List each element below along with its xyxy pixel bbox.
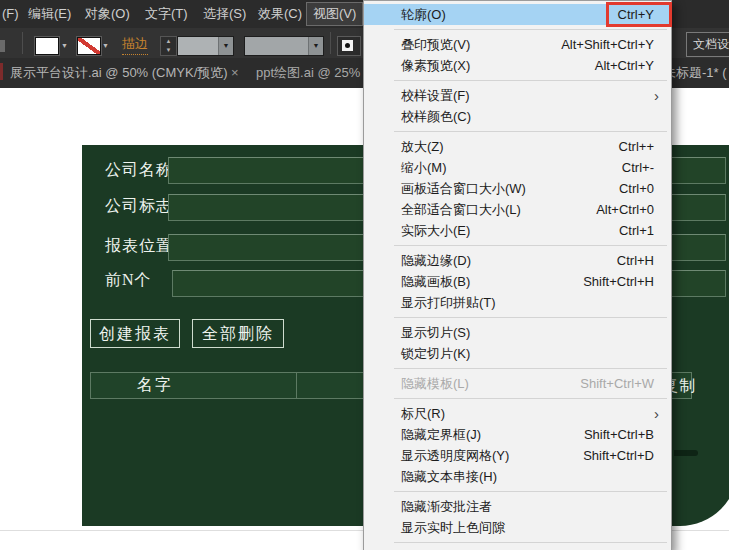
menu-item-label: 隐藏模板(L) xyxy=(401,376,469,391)
document-setup-button[interactable]: 文档设置 xyxy=(686,32,729,57)
dropdown-arrow-icon[interactable]: ▼ xyxy=(218,37,233,55)
menu-item-shortcut: Ctrl+1 xyxy=(619,220,654,241)
menu-item-shortcut: Ctrl+H xyxy=(617,250,654,271)
menu-separator xyxy=(394,29,667,30)
menu-item-label: 显示切片(S) xyxy=(401,325,470,340)
menu-item-shortcut: Ctrl+- xyxy=(622,157,654,178)
field-label-company-name: 公司名称 xyxy=(105,160,173,181)
tab-document-3[interactable]: 未标题-1* ( xyxy=(663,58,727,88)
menu-item-label: 锁定切片(K) xyxy=(401,346,470,361)
menu-item-shortcut: Alt+Ctrl+Y xyxy=(595,55,654,76)
artwork-notch xyxy=(674,450,698,456)
menu-item-label: 轮廓(O) xyxy=(401,7,446,22)
menu-item-label: 隐藏渐变批注者 xyxy=(401,499,492,514)
tab-close-icon[interactable]: × xyxy=(231,58,239,88)
menu-item-label: 标尺(R) xyxy=(401,406,445,421)
menu-separator xyxy=(394,317,667,318)
stroke-panel-link[interactable]: 描边 xyxy=(122,35,148,55)
menubar-item-view[interactable]: 视图(V) xyxy=(306,2,363,26)
menu-item: 隐藏模板(L)Shift+Ctrl+W xyxy=(364,373,671,394)
create-report-button: 创建报表 xyxy=(90,319,180,348)
menu-item-label: 放大(Z) xyxy=(401,139,444,154)
menu-item-label: 显示打印拼贴(T) xyxy=(401,295,496,310)
tab-document-1[interactable]: 展示平台设计.ai @ 50% (CMYK/预览) xyxy=(10,58,228,88)
menubar-item-file[interactable]: (F) xyxy=(2,0,19,28)
menu-separator xyxy=(394,80,667,81)
menu-item[interactable]: 隐藏渐变批注者 xyxy=(364,496,671,517)
menu-item[interactable]: 校样颜色(C) xyxy=(364,106,671,127)
delete-all-button: 全部删除 xyxy=(192,319,284,348)
partial-control xyxy=(0,40,5,52)
table-header-name: 名字 xyxy=(137,375,173,396)
dropdown-arrow-icon[interactable]: ▼ xyxy=(308,37,323,55)
menu-item[interactable]: 显示打印拼贴(T) xyxy=(364,292,671,313)
menu-separator xyxy=(394,368,667,369)
menu-item-shortcut: Shift+Ctrl+H xyxy=(583,271,654,292)
variable-width-dropdown[interactable]: ▼ xyxy=(244,36,324,56)
view-dropdown-menu: 轮廓(O)Ctrl+Y叠印预览(V)Alt+Shift+Ctrl+Y像素预览(X… xyxy=(363,0,672,550)
menu-item-shortcut: Shift+Ctrl+D xyxy=(583,445,654,466)
menu-item[interactable]: 显示透明度网格(Y)Shift+Ctrl+D xyxy=(364,445,671,466)
menu-item[interactable]: 全部适合窗口大小(L)Alt+Ctrl+0 xyxy=(364,199,671,220)
stroke-color-swatch[interactable] xyxy=(77,37,101,55)
menu-item[interactable]: 缩小(M)Ctrl+- xyxy=(364,157,671,178)
dot-icon xyxy=(345,43,350,48)
menu-separator xyxy=(394,398,667,399)
menu-item-shortcut: Alt+Shift+Ctrl+Y xyxy=(561,34,654,55)
divider xyxy=(330,32,331,54)
menu-item-label: 像素预览(X) xyxy=(401,58,470,73)
menu-item-shortcut: Ctrl+0 xyxy=(619,178,654,199)
menu-item[interactable]: 叠印预览(V)Alt+Shift+Ctrl+Y xyxy=(364,34,671,55)
menu-item-label: 画板适合窗口大小(W) xyxy=(401,181,526,196)
stroke-weight-dropdown[interactable]: ▼ xyxy=(177,36,234,56)
menu-item[interactable]: 显示切片(S) xyxy=(364,322,671,343)
tab-document-2[interactable]: ppt绘图.ai @ 25% ( xyxy=(256,58,368,88)
menu-item[interactable]: 隐藏画板(B)Shift+Ctrl+H xyxy=(364,271,671,292)
menu-item-label: 校样颜色(C) xyxy=(401,109,471,124)
stroke-weight-stepper[interactable]: ▲ ▼ xyxy=(160,36,177,56)
menu-item[interactable]: 放大(Z)Ctrl++ xyxy=(364,136,671,157)
menu-item[interactable]: 显示实时上色间隙 xyxy=(364,517,671,538)
menu-item-label: 隐藏画板(B) xyxy=(401,274,470,289)
menu-item[interactable]: 校样设置(F)› xyxy=(364,85,671,106)
menu-item[interactable]: 隐藏定界框(J)Shift+Ctrl+B xyxy=(364,424,671,445)
illustrator-window: (F) 编辑(E) 对象(O) 文字(T) 选择(S) 效果(C) 视图(V) … xyxy=(0,0,729,550)
menu-item[interactable]: 画板适合窗口大小(W)Ctrl+0 xyxy=(364,178,671,199)
brush-style-control[interactable] xyxy=(337,36,361,56)
menubar-item-object[interactable]: 对象(O) xyxy=(85,0,130,28)
menu-item[interactable]: 标尺(R)› xyxy=(364,403,671,424)
menu-separator xyxy=(394,131,667,132)
menubar-item-select[interactable]: 选择(S) xyxy=(203,0,246,28)
menu-item-shortcut: Shift+Ctrl+W xyxy=(580,373,654,394)
field-label-company-logo: 公司标志 xyxy=(105,196,173,217)
menu-item-shortcut: Shift+Ctrl+B xyxy=(584,424,654,445)
menu-item-label: 叠印预览(V) xyxy=(401,37,470,52)
menu-item[interactable]: 锁定切片(K) xyxy=(364,343,671,364)
stepper-down-icon[interactable]: ▼ xyxy=(161,46,176,55)
menu-item-label: 隐藏定界框(J) xyxy=(401,427,481,442)
edge-sliver xyxy=(0,63,3,80)
divider xyxy=(22,32,23,54)
fill-color-swatch[interactable] xyxy=(35,37,59,55)
menu-item-label: 显示实时上色间隙 xyxy=(401,520,505,535)
menu-item-label: 实际大小(E) xyxy=(401,223,470,238)
stepper-up-icon[interactable]: ▲ xyxy=(161,37,176,46)
menu-item-label: 隐藏边缘(D) xyxy=(401,253,471,268)
menu-item-label: 显示透明度网格(Y) xyxy=(401,448,509,463)
menu-item-label: 缩小(M) xyxy=(401,160,447,175)
menu-item-label: 隐藏文本串接(H) xyxy=(401,469,497,484)
menu-item[interactable]: 像素预览(X)Alt+Ctrl+Y xyxy=(364,55,671,76)
annotation-highlight-box xyxy=(606,2,672,27)
menu-item[interactable]: 隐藏文本串接(H) xyxy=(364,466,671,487)
menu-item-shortcut: Alt+Ctrl+0 xyxy=(596,199,654,220)
menubar-item-type[interactable]: 文字(T) xyxy=(145,0,188,28)
menubar-item-edit[interactable]: 编辑(E) xyxy=(28,0,71,28)
fill-dropdown-arrow-icon[interactable]: ▼ xyxy=(58,37,71,55)
menubar-item-effect[interactable]: 效果(C) xyxy=(258,0,302,28)
field-label-report-location: 报表位置 xyxy=(105,236,173,257)
stroke-dropdown-arrow-icon[interactable]: ▼ xyxy=(99,37,112,55)
submenu-arrow-icon: › xyxy=(654,403,659,424)
menu-item[interactable]: 实际大小(E)Ctrl+1 xyxy=(364,220,671,241)
menu-separator xyxy=(394,542,667,543)
menu-item[interactable]: 隐藏边缘(D)Ctrl+H xyxy=(364,250,671,271)
